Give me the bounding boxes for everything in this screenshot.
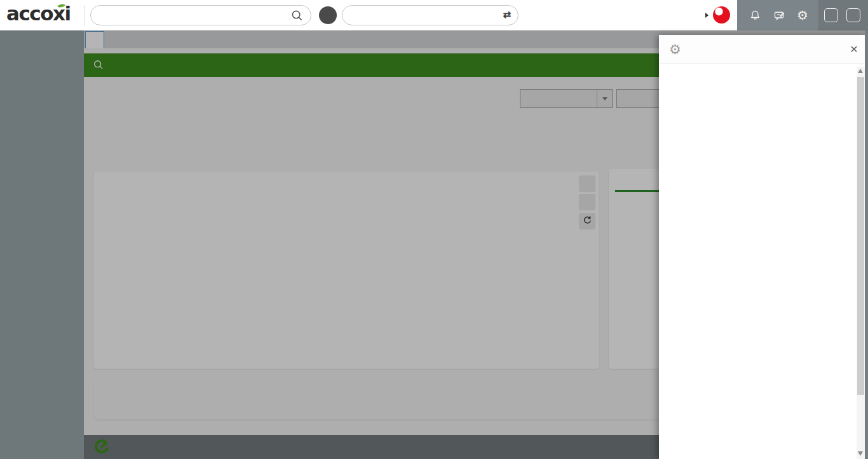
settings-gear-icon[interactable]: ⚙ (797, 8, 808, 23)
global-search-input[interactable] (101, 7, 285, 24)
account-caret-icon (705, 13, 709, 18)
minimize-button[interactable] (824, 8, 838, 22)
refresh-icon[interactable] (579, 213, 595, 230)
logo-leaf-icon: x (53, 2, 65, 25)
notifications-bell-icon[interactable] (749, 9, 762, 25)
feedback-chat-icon[interactable] (773, 9, 786, 25)
search-accounts-icon[interactable] (93, 59, 104, 73)
settings-close-icon[interactable]: × (850, 41, 858, 57)
window-right-edge (865, 31, 868, 459)
top-bar: accoxi ⇄ ⚙ (0, 0, 868, 31)
add-new-button[interactable] (319, 6, 337, 24)
zoom-in-button[interactable] (579, 175, 595, 192)
accoxi-logo: accoxi (6, 2, 71, 25)
chart-toolbar (579, 175, 595, 231)
settings-panel: ⚙ × (659, 35, 868, 459)
chart-plot-area (133, 204, 572, 332)
company-selector[interactable]: ⇄ (342, 5, 519, 25)
settings-menu (659, 64, 868, 459)
settings-header: ⚙ × (659, 35, 868, 64)
window-controls (818, 0, 868, 31)
scroll-down-icon[interactable] (858, 451, 863, 456)
accoxi-footer-logo-icon (94, 439, 109, 457)
settings-scrollbar[interactable] (857, 67, 865, 459)
topbar-icon-block: ⚙ (737, 0, 818, 31)
switch-company-icon[interactable]: ⇄ (503, 9, 511, 20)
income-expense-chart-panel (94, 172, 599, 369)
global-search (90, 5, 311, 25)
app-window: accoxi ⇄ ⚙ (0, 0, 868, 459)
date-from-dropdown-icon[interactable] (597, 90, 612, 107)
scroll-up-icon[interactable] (858, 69, 863, 73)
sidebar-nav (0, 31, 84, 459)
divider (84, 5, 85, 25)
gear-icon: ⚙ (669, 42, 681, 57)
account-logo (713, 6, 730, 24)
date-from-field[interactable] (520, 89, 613, 108)
search-icon[interactable] (291, 10, 303, 24)
zoom-out-button[interactable] (579, 194, 595, 210)
scrollbar-thumb[interactable] (857, 77, 864, 395)
close-button[interactable] (846, 8, 860, 22)
tab-dashboard[interactable] (85, 31, 104, 48)
